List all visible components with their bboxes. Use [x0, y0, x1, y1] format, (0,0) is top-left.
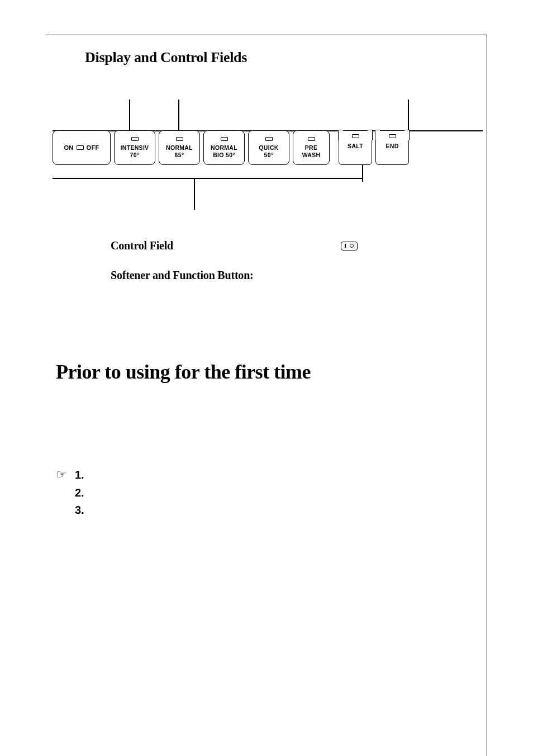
panel-buttons-row: ON OFF INTENSIV 70° NORMAL 65° NORMAL BI…: [53, 130, 483, 165]
leader-line: [408, 100, 409, 130]
on-off-small-icon: [341, 242, 358, 251]
leader-line: [194, 179, 195, 210]
salt-indicator: SALT: [339, 130, 372, 165]
program-label-line1: NORMAL: [211, 144, 237, 151]
circle-icon: [350, 244, 354, 248]
off-label: OFF: [87, 144, 99, 152]
program-label-line2: 65°: [175, 152, 184, 158]
led-icon: [352, 134, 359, 138]
program-label-line2: BIO 50°: [213, 152, 235, 158]
led-icon: [265, 137, 273, 141]
program-label-line1: NORMAL: [166, 144, 193, 151]
leader-line: [362, 165, 363, 182]
led-icon: [389, 134, 396, 138]
on-off-button[interactable]: ON OFF: [53, 130, 111, 165]
on-label: ON: [64, 144, 73, 152]
program-label-line1: PRE: [305, 144, 318, 151]
bar-icon: [345, 244, 346, 248]
indicator-label: END: [386, 143, 398, 149]
panel-bottom-bar: [53, 178, 363, 179]
led-icon: [308, 137, 315, 141]
led-icon: [131, 137, 139, 141]
program-label-line2: WASH: [302, 152, 321, 158]
program-quick-50-button[interactable]: QUICK 50°: [248, 130, 289, 165]
led-icon: [77, 145, 84, 150]
program-normal-bio-50-button[interactable]: NORMAL BIO 50°: [203, 130, 245, 165]
led-icon: [176, 137, 183, 141]
program-label-line1: INTENSIV: [121, 144, 149, 151]
program-pre-wash-button[interactable]: PRE WASH: [293, 130, 330, 165]
leader-line: [129, 100, 130, 130]
control-panel-diagram: ON OFF INTENSIV 70° NORMAL 65° NORMAL BI…: [53, 100, 483, 211]
program-intensiv-70-button[interactable]: INTENSIV 70°: [114, 130, 155, 165]
indicator-label: SALT: [348, 143, 363, 149]
program-label-line2: 50°: [264, 152, 274, 158]
led-icon: [221, 137, 228, 141]
end-indicator: END: [375, 130, 409, 165]
leader-line: [178, 100, 179, 130]
program-label-line1: QUICK: [259, 144, 278, 151]
program-label-line2: 70°: [130, 152, 140, 158]
program-normal-65-button[interactable]: NORMAL 65°: [159, 130, 200, 165]
